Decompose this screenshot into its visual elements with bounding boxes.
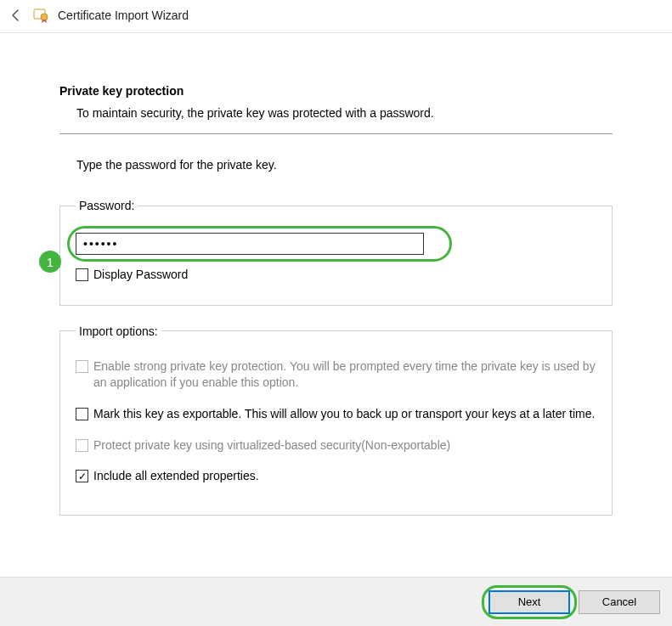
certificate-icon: [32, 7, 49, 24]
svg-point-1: [41, 14, 48, 20]
wizard-content: Private key protection To maintain secur…: [0, 33, 672, 551]
password-fieldset: Password: Display Password: [59, 199, 613, 306]
option-enable-strong-checkbox: [76, 360, 88, 373]
option-exportable-label: Mark this key as exportable. This will a…: [93, 406, 595, 422]
next-button-wrap: Next: [488, 590, 570, 614]
window-title: Certificate Import Wizard: [58, 8, 189, 22]
option-enable-strong-label: Enable strong private key protection. Yo…: [93, 358, 596, 391]
option-virtualized-checkbox: [76, 439, 88, 452]
option-enable-strong-row: Enable strong private key protection. Yo…: [76, 358, 596, 391]
option-include-ext-label: Include all extended properties.: [93, 468, 259, 484]
display-password-checkbox[interactable]: [76, 268, 88, 281]
import-options-fieldset: Import options: Enable strong private ke…: [59, 324, 613, 516]
footer: Next Cancel: [0, 577, 672, 626]
back-arrow-icon[interactable]: [8, 8, 24, 23]
password-legend: Password:: [76, 199, 138, 212]
page-subheading: To maintain security, the private key wa…: [76, 106, 613, 120]
password-row: [76, 233, 596, 255]
titlebar: Certificate Import Wizard: [0, 0, 672, 33]
password-input[interactable]: [76, 233, 424, 255]
option-include-ext-checkbox[interactable]: [76, 470, 88, 482]
next-button[interactable]: Next: [488, 590, 570, 614]
option-exportable-row: Mark this key as exportable. This will a…: [76, 406, 596, 422]
option-include-ext-row: Include all extended properties.: [76, 468, 596, 484]
instruction-text: Type the password for the private key.: [76, 158, 613, 172]
option-virtualized-row: Protect private key using virtualized-ba…: [76, 437, 596, 454]
option-exportable-checkbox[interactable]: [76, 408, 88, 420]
display-password-row: Display Password: [76, 267, 596, 283]
import-options-legend: Import options:: [76, 324, 161, 338]
page-heading: Private key protection: [59, 84, 613, 98]
cancel-button[interactable]: Cancel: [579, 590, 660, 614]
option-virtualized-label: Protect private key using virtualized-ba…: [93, 437, 450, 454]
display-password-label: Display Password: [93, 267, 188, 283]
annotation-badge-1: 1: [39, 251, 61, 273]
divider: [59, 133, 613, 134]
